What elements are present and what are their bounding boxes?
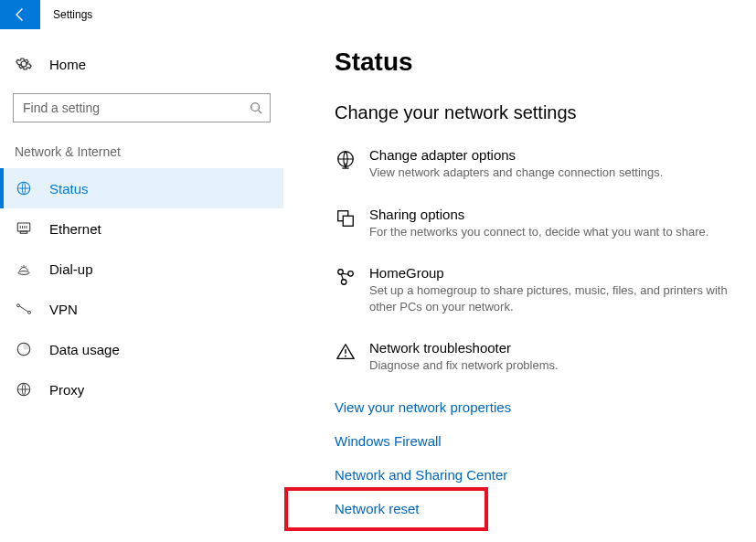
option-desc: Set up a homegroup to share pictures, mu… (369, 282, 738, 314)
page-title: Status (335, 48, 738, 77)
option-sharing[interactable]: Sharing options For the networks you con… (335, 207, 738, 240)
search-icon (250, 101, 262, 114)
svg-point-9 (18, 271, 29, 275)
back-button[interactable] (0, 0, 40, 29)
option-title: Change adapter options (369, 147, 738, 163)
datausage-icon (15, 341, 33, 357)
option-adapter[interactable]: Change adapter options View network adap… (335, 147, 738, 181)
svg-point-0 (251, 103, 260, 112)
svg-point-28 (345, 356, 346, 357)
svg-line-26 (341, 274, 343, 280)
option-title: Network troubleshooter (369, 340, 738, 356)
svg-point-10 (23, 265, 25, 267)
link-network-reset[interactable]: Network reset (335, 501, 738, 516)
main-content: Status Change your network settings Chan… (283, 29, 756, 542)
ethernet-icon (15, 220, 33, 237)
nav-item-dialup[interactable]: Dial-up (0, 249, 283, 289)
svg-rect-21 (343, 216, 353, 226)
globe-icon (335, 149, 357, 181)
nav-item-label: Data usage (49, 342, 120, 357)
svg-point-24 (341, 280, 346, 285)
option-title: HomeGroup (369, 265, 738, 281)
svg-point-23 (348, 271, 354, 277)
nav-item-label: Status (49, 181, 89, 197)
nav-item-label: VPN (49, 302, 78, 317)
svg-point-14 (28, 311, 31, 314)
home-nav[interactable]: Home (0, 46, 283, 82)
nav-item-ethernet[interactable]: Ethernet (0, 208, 283, 249)
status-icon (15, 180, 33, 197)
sidebar: Home Network & Internet Status Ethernet (0, 29, 283, 542)
svg-line-1 (259, 111, 262, 114)
vpn-icon (15, 303, 33, 315)
nav-item-proxy[interactable]: Proxy (0, 369, 283, 409)
proxy-icon (15, 381, 33, 398)
nav-item-vpn[interactable]: VPN (0, 289, 283, 329)
nav-item-label: Dial-up (49, 261, 93, 277)
subheading: Change your network settings (335, 102, 738, 123)
svg-point-11 (21, 266, 22, 267)
option-desc: View network adapters and change connect… (369, 165, 738, 181)
search-input[interactable] (23, 101, 250, 115)
svg-rect-3 (17, 223, 30, 231)
home-label: Home (49, 57, 86, 72)
option-troubleshooter[interactable]: Network troubleshooter Diagnose and fix … (335, 340, 738, 374)
option-desc: For the networks you connect to, decide … (369, 224, 738, 240)
nav-item-datausage[interactable]: Data usage (0, 329, 283, 369)
nav-item-label: Ethernet (49, 221, 101, 237)
homegroup-icon (335, 267, 357, 314)
link-view-properties[interactable]: View your network properties (335, 399, 738, 415)
search-box[interactable] (13, 93, 271, 122)
svg-rect-4 (20, 231, 27, 233)
nav-item-label: Proxy (49, 382, 84, 398)
gear-icon (15, 56, 33, 72)
dialup-icon (15, 260, 33, 277)
option-desc: Diagnose and fix network problems. (369, 357, 738, 374)
svg-point-13 (17, 304, 20, 307)
svg-point-12 (26, 266, 27, 267)
section-header: Network & Internet (0, 139, 283, 168)
link-windows-firewall[interactable]: Windows Firewall (335, 433, 738, 449)
link-network-sharing-center[interactable]: Network and Sharing Center (335, 467, 738, 483)
option-homegroup[interactable]: HomeGroup Set up a homegroup to share pi… (335, 265, 738, 314)
warning-icon (335, 342, 357, 374)
option-title: Sharing options (369, 207, 738, 222)
sharing-icon (335, 208, 357, 240)
app-title: Settings (53, 8, 92, 21)
nav-item-status[interactable]: Status (0, 168, 283, 208)
arrow-left-icon (13, 7, 27, 22)
